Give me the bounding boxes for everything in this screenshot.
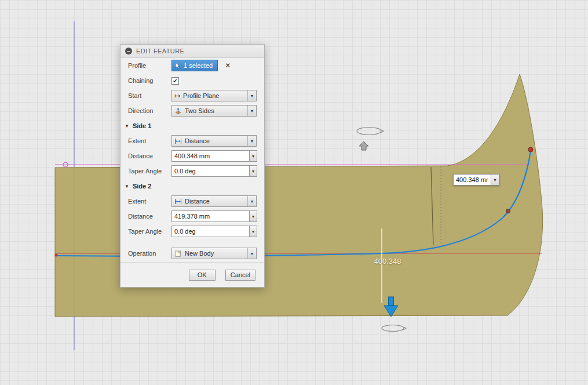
profile-plane-icon: ↦ bbox=[174, 92, 180, 99]
side2-extent-dropdown[interactable]: Distance ▾ bbox=[171, 195, 257, 207]
start-dropdown[interactable]: ↦ Profile Plane ▾ bbox=[171, 90, 257, 101]
side1-extent-value: Distance bbox=[185, 137, 244, 144]
side1-header[interactable]: ▼ Side 1 bbox=[120, 118, 264, 133]
chevron-down-icon: ▾ bbox=[247, 196, 256, 206]
dialog-title: EDIT FEATURE bbox=[136, 48, 184, 55]
chevron-down-icon: ▾ bbox=[247, 248, 256, 259]
operation-row: Operation New Body ▾ bbox=[120, 246, 264, 261]
rotate-handle-bottom[interactable] bbox=[382, 325, 406, 332]
distance-extent-icon bbox=[174, 198, 182, 205]
distance-value-box: ▾ bbox=[453, 174, 499, 186]
viewport-canvas[interactable] bbox=[0, 0, 588, 385]
side1-distance-input[interactable] bbox=[171, 150, 250, 162]
two-sides-icon bbox=[174, 107, 182, 115]
side2-distance-caret[interactable]: ▾ bbox=[250, 210, 257, 222]
side1-extent-row: Extent Distance ▾ bbox=[120, 133, 264, 148]
side2-taper-input[interactable] bbox=[171, 226, 250, 237]
side2-header[interactable]: ▼ Side 2 bbox=[120, 179, 264, 194]
cursor-icon bbox=[175, 62, 181, 69]
spline-startpoint bbox=[55, 254, 58, 257]
direction-value: Two Sides bbox=[185, 107, 244, 114]
fusion-viewport: 400.348 ▾ – EDIT FEATURE Profile 1 selec… bbox=[0, 0, 588, 385]
side1-distance-caret[interactable]: ▾ bbox=[250, 150, 257, 162]
side2-distance-row: Distance ▾ bbox=[120, 209, 264, 224]
operation-dropdown[interactable]: New Body ▾ bbox=[171, 248, 257, 259]
flip-arrow-manipulator[interactable] bbox=[359, 141, 368, 150]
spline-endpoint bbox=[528, 147, 533, 152]
distance-value-caret[interactable]: ▾ bbox=[491, 174, 499, 186]
chaining-row: Chaining ✔ bbox=[120, 73, 264, 88]
spacer bbox=[120, 239, 264, 246]
side1-taper-input[interactable] bbox=[171, 165, 250, 177]
direction-dropdown[interactable]: Two Sides ▾ bbox=[171, 105, 257, 117]
operation-value: New Body bbox=[185, 250, 244, 257]
profile-row: Profile 1 selected ✕ bbox=[120, 58, 264, 73]
side1-distance-label: Distance bbox=[128, 152, 171, 159]
side2-taper-caret[interactable]: ▾ bbox=[250, 226, 257, 237]
chaining-label: Chaining bbox=[128, 77, 171, 84]
cancel-button[interactable]: Cancel bbox=[225, 270, 255, 281]
chevron-down-icon: ▾ bbox=[247, 90, 256, 101]
chaining-checkbox[interactable]: ✔ bbox=[171, 77, 179, 85]
profile-selected-label: 1 selected bbox=[184, 62, 213, 69]
side2-distance-label: Distance bbox=[128, 213, 171, 220]
direction-row: Direction Two Sides ▾ bbox=[120, 103, 264, 118]
side2-taper-row: Taper Angle ▾ bbox=[120, 224, 264, 239]
ok-button[interactable]: OK bbox=[189, 270, 216, 281]
distance-value-input[interactable] bbox=[453, 174, 491, 186]
chevron-down-icon: ▾ bbox=[247, 106, 256, 116]
side1-taper-row: Taper Angle ▾ bbox=[120, 164, 264, 179]
side1-header-label: Side 1 bbox=[133, 122, 151, 129]
direction-label: Direction bbox=[128, 107, 171, 114]
triangle-down-icon: ▼ bbox=[125, 124, 129, 129]
side2-extent-value: Distance bbox=[185, 198, 244, 205]
side2-header-label: Side 2 bbox=[133, 183, 151, 190]
profile-label: Profile bbox=[128, 62, 171, 69]
side2-taper-label: Taper Angle bbox=[128, 228, 171, 235]
rotate-handle-top[interactable] bbox=[357, 128, 384, 135]
triangle-down-icon: ▼ bbox=[125, 184, 129, 189]
dialog-header[interactable]: – EDIT FEATURE bbox=[120, 45, 264, 58]
side2-extent-label: Extent bbox=[128, 198, 171, 205]
start-value: Profile Plane bbox=[183, 92, 244, 99]
profile-selected-button[interactable]: 1 selected bbox=[171, 60, 218, 71]
start-row: Start ↦ Profile Plane ▾ bbox=[120, 88, 264, 103]
side1-taper-caret[interactable]: ▾ bbox=[250, 165, 257, 177]
new-body-icon bbox=[174, 250, 182, 257]
side1-distance-row: Distance ▾ bbox=[120, 148, 264, 164]
side2-extent-row: Extent Distance ▾ bbox=[120, 194, 264, 209]
collapse-icon[interactable]: – bbox=[125, 48, 132, 55]
side2-distance-input[interactable] bbox=[171, 210, 250, 222]
operation-label: Operation bbox=[128, 250, 171, 257]
clear-selection-icon[interactable]: ✕ bbox=[225, 61, 231, 70]
side1-taper-label: Taper Angle bbox=[128, 168, 171, 175]
edit-feature-dialog: – EDIT FEATURE Profile 1 selected ✕ Chai… bbox=[120, 44, 265, 288]
dialog-footer: OK Cancel bbox=[120, 262, 264, 287]
chevron-down-icon: ▾ bbox=[247, 136, 256, 146]
side1-extent-label: Extent bbox=[128, 137, 171, 144]
distance-extent-icon bbox=[174, 137, 182, 145]
start-label: Start bbox=[128, 92, 171, 99]
side1-extent-dropdown[interactable]: Distance ▾ bbox=[171, 135, 257, 147]
check-icon: ✔ bbox=[173, 78, 177, 84]
spline-point bbox=[506, 209, 510, 213]
